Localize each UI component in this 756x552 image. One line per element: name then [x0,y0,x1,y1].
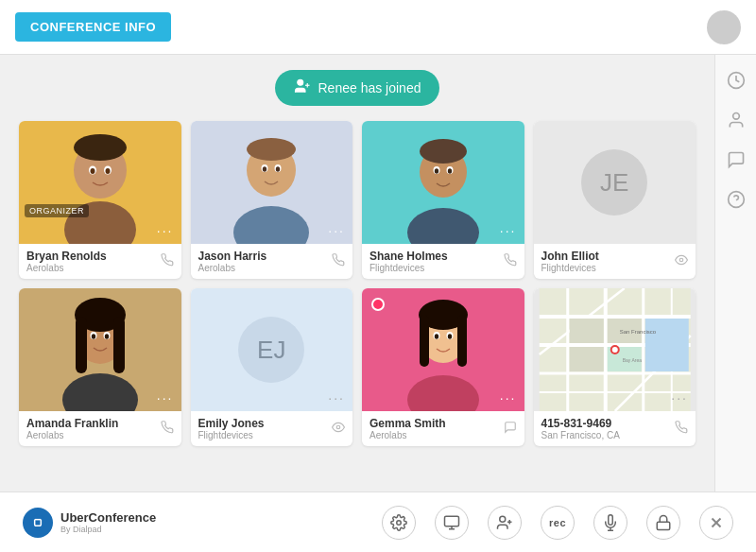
svg-rect-47 [420,315,429,367]
jason-name: Jason Harris [198,250,267,263]
phone-icon-amanda[interactable] [161,421,174,437]
svg-point-41 [105,334,109,339]
question-icon[interactable] [726,189,747,210]
svg-point-18 [247,138,296,161]
dots-menu-map[interactable]: ··· [671,390,688,405]
svg-rect-36 [76,317,87,373]
gemma-name: Gemma Smith [369,417,446,430]
svg-text:Bay Area: Bay Area [622,357,642,363]
clock-icon[interactable] [726,70,747,91]
card-info-text-jason: Jason Harris Aerolabs [198,250,267,273]
card-info-jason: Jason Harris Aerolabs [191,244,353,279]
phone-number: 415-831-9469 [541,417,620,430]
card-info-text-map: 415-831-9469 San Francisco, CA [541,417,620,440]
card-info-emily: Emily Jones Flightdevices [191,411,353,446]
card-info-text-john: John Elliot Flightdevices [541,250,599,273]
svg-point-72 [611,347,617,353]
svg-rect-48 [457,315,467,367]
participant-card: ··· Gemma Smith Aerolabs [362,288,524,446]
bryan-company: Aerolabs [26,263,107,273]
participant-card: ··· Jason Harris Aerolabs [191,121,353,279]
live-dot [371,298,385,311]
card-video-shane: ··· [362,121,524,244]
person-icon[interactable] [726,110,747,130]
card-video-jason: ··· [191,121,353,244]
eye-icon-john[interactable] [675,253,688,269]
card-video-map: San Francisco Bay Area ··· [534,288,696,411]
john-name: John Elliot [541,250,599,263]
svg-point-51 [435,334,438,339]
card-info-text-amanda: Amanda Franklin Aerolabs [26,417,118,440]
notification-pill: Renee has joined [275,70,440,106]
svg-rect-68 [644,319,688,371]
chat-icon[interactable] [726,149,747,170]
svg-point-26 [420,139,467,164]
svg-point-13 [90,168,94,174]
screenshare-button[interactable] [435,506,469,540]
phone-icon-bryan[interactable] [161,253,174,269]
footer-brand-text: UberConference By Dialpad [60,510,156,534]
svg-rect-66 [569,347,603,371]
john-avatar: JE [581,149,647,216]
card-info-text-bryan: Bryan Renolds Aerolabs [26,250,107,273]
participants-grid: ORGANIZER ··· Bryan Renolds Aerolabs [19,121,696,446]
eye-icon-emily[interactable] [332,421,345,437]
gemma-company: Aerolabs [369,430,446,440]
dots-menu-amanda[interactable]: ··· [157,390,174,405]
svg-point-79 [500,516,506,522]
brand-name: UberConference [60,510,156,525]
bryan-name: Bryan Renolds [26,250,107,263]
participant-card: JE John Elliot Flightdevices [534,121,696,279]
close-icon [708,514,725,531]
amanda-company: Aerolabs [26,430,118,440]
main-content: Renee has joined [0,55,714,492]
location: San Francisco, CA [541,430,620,440]
shane-company: Flightdevices [369,263,448,273]
add-person-icon [496,514,513,531]
conference-info-button[interactable]: CONFERENCE INFO [15,12,171,42]
footer-controls: rec [382,506,733,540]
amanda-name: Amanda Franklin [26,417,118,430]
close-button[interactable] [699,506,733,540]
notification-banner: Renee has joined [19,70,696,106]
card-info-bryan: Bryan Renolds Aerolabs [19,244,181,279]
dots-menu-emily[interactable]: ··· [328,390,345,405]
dots-menu-shane[interactable]: ··· [500,223,517,238]
svg-point-30 [448,168,452,174]
svg-point-42 [336,425,340,429]
footer-logo [23,508,53,538]
settings-button[interactable] [382,506,416,540]
svg-point-4 [297,79,302,85]
svg-point-73 [30,514,46,530]
lock-button[interactable] [646,506,680,540]
svg-point-14 [105,168,110,174]
header: CONFERENCE INFO [0,0,756,55]
avatar[interactable] [707,10,741,44]
record-button[interactable]: rec [541,506,575,540]
john-company: Flightdevices [541,263,599,273]
mic-button[interactable] [593,506,627,540]
card-info-map: 415-831-9469 San Francisco, CA [534,411,696,446]
footer-brand: UberConference By Dialpad [23,508,156,538]
phone-icon-jason[interactable] [332,253,345,269]
bryan-photo [25,121,176,244]
person-add-icon [294,78,311,98]
card-video-bryan: ORGANIZER ··· [19,121,181,244]
svg-rect-76 [445,516,459,526]
phone-icon-map[interactable] [675,421,688,437]
dots-menu-jason[interactable]: ··· [328,223,345,238]
card-info-text-gemma: Gemma Smith Aerolabs [369,417,446,440]
card-video-john: JE [534,121,696,244]
right-sidebar [714,55,756,492]
gear-icon [390,514,407,531]
shane-photo [368,121,519,244]
notification-text: Renee has joined [318,80,421,95]
dots-menu-gemma[interactable]: ··· [500,390,517,405]
phone-icon-shane[interactable] [504,253,517,269]
svg-rect-84 [657,522,670,529]
add-person-button[interactable] [488,506,522,540]
svg-point-22 [276,166,280,172]
card-info-text-emily: Emily Jones Flightdevices [198,417,265,440]
dots-menu-bryan[interactable]: ··· [157,223,174,238]
chat-icon-gemma[interactable] [504,421,517,437]
